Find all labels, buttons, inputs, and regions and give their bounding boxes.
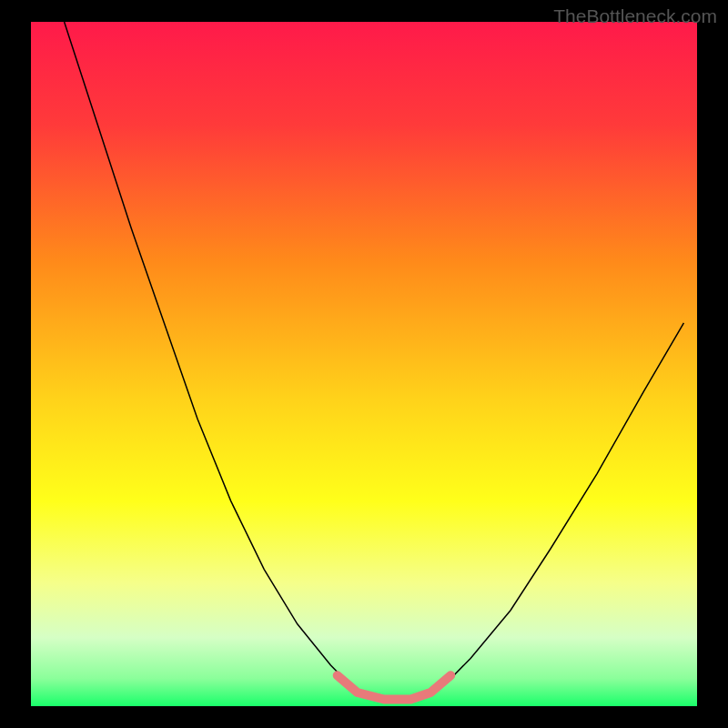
- bottleneck-chart: [0, 0, 728, 728]
- chart-background: [31, 22, 697, 706]
- watermark-text: TheBottleneck.com: [553, 5, 717, 27]
